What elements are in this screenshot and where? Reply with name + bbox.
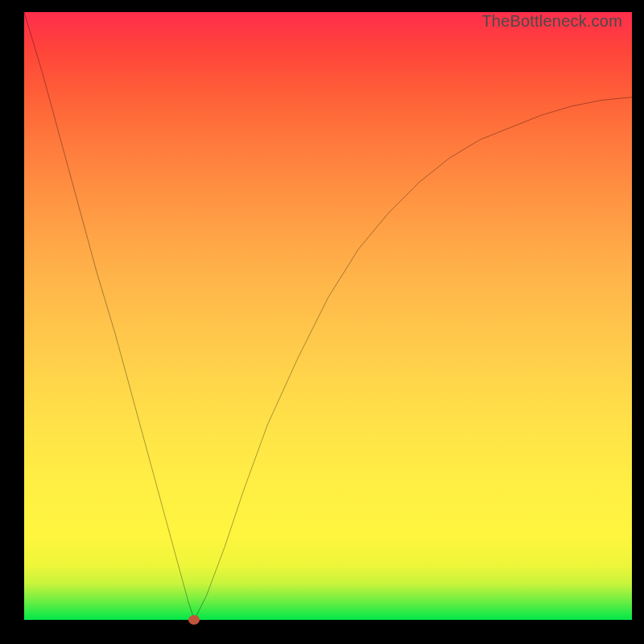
chart-frame: TheBottleneck.com [0, 0, 644, 644]
bottleneck-curve [24, 12, 632, 620]
curve-svg [24, 12, 632, 620]
plot-area: TheBottleneck.com [24, 12, 632, 620]
